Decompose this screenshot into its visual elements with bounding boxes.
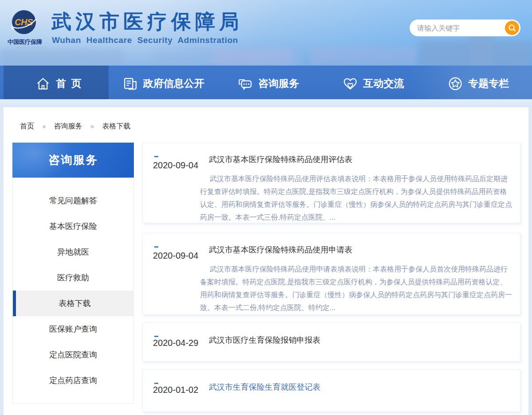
svg-text:CHS: CHS xyxy=(15,17,33,27)
